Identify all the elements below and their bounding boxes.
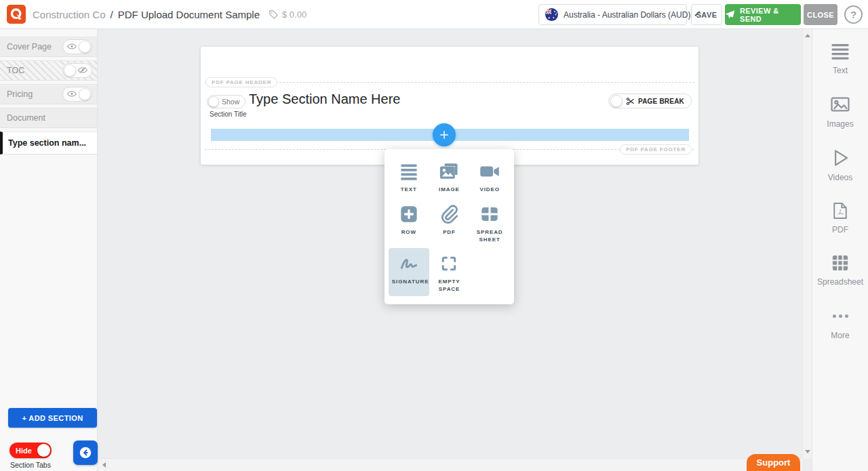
menu-item-text[interactable]: TEXT <box>389 156 429 197</box>
video-camera-icon <box>478 160 501 183</box>
menu-item-label: SPREAD SHEET <box>473 229 507 244</box>
review-send-button[interactable]: REVIEW & SEND <box>725 4 801 25</box>
paperclip-icon <box>437 203 460 226</box>
scroll-left-arrow-icon[interactable] <box>102 462 106 468</box>
sidebar-item-pricing[interactable]: Pricing <box>0 84 97 104</box>
menu-item-signature[interactable]: SIGNATURE <box>389 248 429 296</box>
eye-icon <box>67 90 77 98</box>
help-button[interactable]: ? <box>844 5 863 24</box>
price-tag-icon <box>269 9 279 20</box>
toggle-knob <box>208 96 219 107</box>
sidebar-item-label: Type section nam... <box>8 138 92 148</box>
section-tabs-caption: Section Tabs <box>3 461 58 469</box>
section-tabs-sidebar: Cover Page TOC Pricing <box>0 29 98 471</box>
section-title-caption: Section Title <box>210 110 246 118</box>
text-lines-icon <box>830 41 850 61</box>
arrow-left-circle-icon <box>78 445 93 460</box>
scroll-up-arrow-icon[interactable] <box>805 34 810 37</box>
breadcrumb: Construction Co / PDF Upload Document Sa… <box>33 0 260 28</box>
document-price: $ 0.00 <box>269 0 307 28</box>
editor-canvas: PDF PAGE HEADER Show Section Title Type … <box>98 29 802 471</box>
support-button[interactable]: Support <box>747 454 800 471</box>
plus-square-icon <box>397 203 420 226</box>
review-send-label: REVIEW & SEND <box>740 7 801 23</box>
page-break-toggle[interactable]: PAGE BREAK <box>608 94 692 108</box>
tool-label: Spreadsheet <box>817 277 863 287</box>
add-section-button[interactable]: + ADD SECTION <box>8 408 97 428</box>
sidebar-item-label: Document <box>7 113 92 123</box>
tool-images[interactable]: Images <box>827 94 853 129</box>
topbar-actions: Australia - Australian Dollars (AUD) SAV… <box>538 4 863 25</box>
add-block-button[interactable] <box>433 123 456 146</box>
vertical-scrollbar[interactable] <box>802 29 812 458</box>
image-frame-icon <box>830 94 850 115</box>
menu-item-video[interactable]: VIDEO <box>469 156 510 197</box>
tool-videos[interactable]: Videos <box>828 148 852 182</box>
content-tools-sidebar: Text Images Videos PDF Spreadsheet More <box>812 29 868 471</box>
currency-select[interactable]: Australia - Australian Dollars (AUD) <box>538 4 687 25</box>
sidebar-item-current-section[interactable]: Type section nam... <box>0 131 97 155</box>
close-button[interactable]: CLOSE <box>804 4 837 25</box>
menu-item-label: IMAGE <box>432 186 466 194</box>
section-title-input[interactable]: Type Section Name Here <box>249 91 400 107</box>
show-section-title-toggle[interactable]: Show <box>207 95 245 108</box>
collapse-sidebar-button[interactable] <box>73 441 98 465</box>
breadcrumb-document-title[interactable]: PDF Upload Document Sample <box>118 9 260 20</box>
plus-icon <box>438 129 450 141</box>
sidebar-item-cover-page[interactable]: Cover Page <box>0 37 97 57</box>
tool-label: More <box>831 331 849 340</box>
pdf-page: PDF PAGE HEADER Show Section Title Type … <box>201 47 698 165</box>
tool-label: Videos <box>828 173 852 182</box>
visibility-toggle[interactable] <box>62 63 92 78</box>
qwilr-logo-icon[interactable] <box>7 5 26 24</box>
toggle-knob <box>79 88 91 100</box>
menu-item-row[interactable]: ROW <box>389 199 429 247</box>
menu-item-spreadsheet[interactable]: SPREAD SHEET <box>469 199 510 247</box>
sidebar-item-label: TOC <box>7 66 62 75</box>
sidebar-item-label: Pricing <box>7 89 62 99</box>
hide-toggle-label: Hide <box>16 447 32 455</box>
australia-flag-icon <box>545 8 558 21</box>
menu-item-pdf[interactable]: PDF <box>429 199 470 247</box>
image-icon <box>437 160 460 183</box>
hide-section-tabs-toggle[interactable]: Hide <box>9 443 52 458</box>
tool-pdf[interactable]: PDF <box>831 201 850 234</box>
menu-item-label: EMPTY SPACE <box>432 279 466 293</box>
toggle-knob <box>610 95 623 107</box>
tool-more[interactable]: More <box>831 306 849 340</box>
horizontal-scrollbar[interactable] <box>98 458 802 471</box>
paper-plane-icon <box>725 9 735 20</box>
scroll-down-arrow-icon[interactable] <box>805 450 810 453</box>
tool-spreadsheet[interactable]: Spreadsheet <box>817 253 863 287</box>
menu-item-label: VIDEO <box>473 186 507 194</box>
pdf-document-editor: Construction Co / PDF Upload Document Sa… <box>0 0 868 471</box>
signature-icon <box>397 252 420 275</box>
play-outline-icon <box>830 148 850 168</box>
breadcrumb-company[interactable]: Construction Co <box>33 9 106 20</box>
toggle-knob <box>37 444 50 457</box>
table-2x2-icon <box>478 203 501 226</box>
ellipsis-icon <box>833 306 848 326</box>
eye-off-icon <box>78 66 87 74</box>
pdf-page-header-pill[interactable]: PDF PAGE HEADER <box>205 77 277 87</box>
breadcrumb-separator: / <box>111 9 113 20</box>
toggle-knob <box>79 41 91 53</box>
block-type-menu: TEXT IMAGE VIDEO ROW PDF SPREAD SHEET <box>384 149 514 304</box>
menu-item-label: PDF <box>432 229 466 237</box>
sidebar-item-toc[interactable]: TOC <box>0 60 97 81</box>
tool-text[interactable]: Text <box>830 41 850 75</box>
menu-item-image[interactable]: IMAGE <box>429 156 470 197</box>
sidebar-item-label: Cover Page <box>7 42 62 52</box>
menu-item-empty-space[interactable]: EMPTY SPACE <box>429 248 470 296</box>
menu-item-label: TEXT <box>392 186 426 194</box>
tool-label: Images <box>827 119 853 129</box>
pdf-file-icon <box>831 201 850 220</box>
visibility-toggle[interactable] <box>62 87 92 102</box>
pdf-page-footer-pill[interactable]: PDF PAGE FOOTER <box>620 144 692 155</box>
page-break-label: PAGE BREAK <box>638 98 684 105</box>
toggle-knob <box>64 64 76 77</box>
menu-item-label: SIGNATURE <box>392 279 426 286</box>
sidebar-item-document[interactable]: Document <box>0 108 97 128</box>
visibility-toggle[interactable] <box>62 39 92 54</box>
currency-selected-value: Australia - Australian Dollars (AUD) <box>564 10 690 20</box>
